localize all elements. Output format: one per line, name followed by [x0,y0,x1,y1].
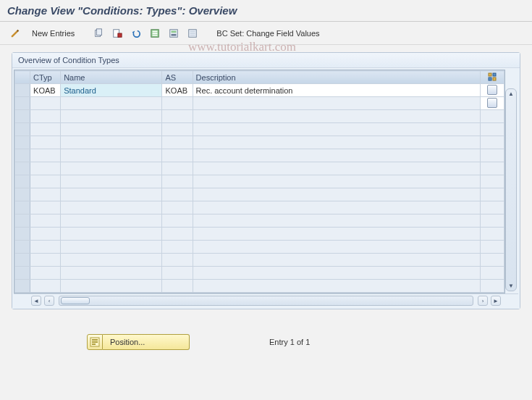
cell-description[interactable] [193,267,481,280]
cell-name[interactable]: Standard [61,84,162,97]
bc-set-button[interactable]: BC Set: Change Field Values [211,25,325,41]
cell-name[interactable] [61,214,162,228]
row-selector[interactable] [15,280,30,293]
table-row[interactable] [15,123,504,136]
cell-name[interactable] [61,241,162,254]
toggle-display-change-button[interactable] [7,25,23,41]
table-row[interactable]: KOABStandardKOABRec. account determinati… [15,84,504,97]
column-header-description[interactable]: Description [193,71,481,84]
table-row[interactable] [15,241,504,254]
column-header-selector[interactable] [15,71,30,84]
row-selector[interactable] [15,201,30,214]
cell-name[interactable] [61,175,162,188]
cell-ctyp[interactable] [30,241,61,254]
cell-name[interactable] [61,97,162,110]
row-selector[interactable] [15,267,30,280]
table-row[interactable] [15,175,504,188]
row-selector[interactable] [15,241,30,254]
table-row[interactable] [15,110,504,123]
cell-name[interactable] [61,123,162,136]
cell-as[interactable] [162,188,193,201]
cell-name[interactable] [61,267,162,280]
cell-as[interactable] [162,280,193,293]
scroll-down-icon[interactable]: ▼ [508,283,514,289]
cell-as[interactable] [162,267,193,280]
indicator-icon[interactable] [487,98,497,108]
table-row[interactable] [15,267,504,280]
table-row[interactable] [15,214,504,228]
cell-name[interactable] [61,280,162,293]
table-row[interactable] [15,162,504,175]
cell-ctyp[interactable] [30,149,61,162]
cell-as[interactable]: KOAB [162,84,193,97]
cell-as[interactable] [162,110,193,123]
cell-indicator[interactable] [481,84,504,97]
column-header-config[interactable] [481,71,504,84]
cell-ctyp[interactable] [30,136,61,149]
cell-name[interactable] [61,254,162,267]
cell-description[interactable] [193,188,481,201]
row-selector[interactable] [15,123,30,136]
row-selector[interactable] [15,110,30,123]
cell-ctyp[interactable] [30,201,61,214]
deselect-all-button[interactable] [185,25,200,41]
row-selector[interactable] [15,84,30,97]
scroll-up-icon[interactable]: ▲ [508,91,514,97]
cell-name[interactable] [61,162,162,175]
table-row[interactable] [15,136,504,149]
row-selector[interactable] [15,188,30,201]
row-selector[interactable] [15,228,30,241]
cell-as[interactable] [162,201,193,214]
table-row[interactable] [15,149,504,162]
position-icon[interactable] [87,334,103,350]
cell-as[interactable] [162,175,193,188]
row-selector[interactable] [15,254,30,267]
delete-button[interactable] [109,25,125,41]
cell-description[interactable] [193,254,481,267]
scroll-right-icon[interactable]: › [478,296,488,306]
cell-name[interactable] [61,201,162,214]
condition-types-table[interactable]: CTyp Name AS Description KOABStandardKOA… [14,70,505,293]
cell-name[interactable] [61,110,162,123]
cell-ctyp[interactable] [30,175,61,188]
cell-description[interactable] [193,201,481,214]
row-selector[interactable] [15,149,30,162]
cell-description[interactable] [193,136,481,149]
cell-ctyp[interactable]: KOAB [30,84,61,97]
cell-name[interactable] [61,228,162,241]
cell-as[interactable] [162,214,193,228]
position-button[interactable]: Position... [103,334,190,350]
row-selector[interactable] [15,136,30,149]
cell-ctyp[interactable] [30,110,61,123]
table-row[interactable] [15,188,504,201]
cell-description[interactable] [193,175,481,188]
column-header-name[interactable]: Name [61,71,162,84]
column-header-ctyp[interactable]: CTyp [30,71,61,84]
table-row[interactable] [15,97,504,110]
table-row[interactable] [15,254,504,267]
cell-name[interactable] [61,136,162,149]
cell-indicator[interactable] [481,97,504,110]
cell-ctyp[interactable] [30,254,61,267]
scroll-left-icon[interactable]: ‹ [44,296,54,306]
row-selector[interactable] [15,214,30,228]
vertical-scrollbar[interactable]: ▲ ▼ [505,88,517,291]
cell-as[interactable] [162,228,193,241]
row-selector[interactable] [15,162,30,175]
column-header-as[interactable]: AS [162,71,193,84]
cell-as[interactable] [162,241,193,254]
select-all-button[interactable] [147,25,163,41]
select-block-button[interactable] [166,25,182,41]
cell-ctyp[interactable] [30,214,61,228]
cell-as[interactable] [162,136,193,149]
cell-description[interactable] [193,149,481,162]
scroll-last-icon[interactable]: ► [491,296,501,306]
cell-description[interactable] [193,162,481,175]
cell-ctyp[interactable] [30,280,61,293]
indicator-icon[interactable] [487,85,497,95]
table-row[interactable] [15,201,504,214]
hscroll-thumb[interactable] [61,297,90,304]
cell-description[interactable] [193,228,481,241]
table-row[interactable] [15,228,504,241]
cell-description[interactable] [193,280,481,293]
